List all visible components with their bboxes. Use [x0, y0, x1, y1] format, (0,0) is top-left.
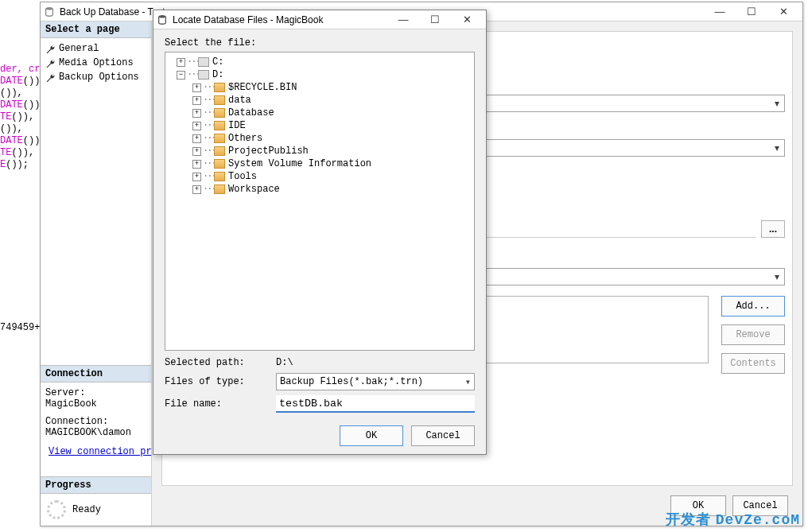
folder-icon [214, 159, 225, 169]
select-page-header: Select a page [41, 21, 151, 38]
backup-list[interactable] [486, 296, 709, 363]
remove-button[interactable]: Remove [721, 324, 785, 345]
expand-icon[interactable]: + [192, 83, 201, 92]
modal-maximize-button[interactable]: ☐ [419, 11, 451, 29]
tree-label: $RECYCLE.BIN [228, 82, 297, 93]
modal-titlebar: Locate Database Files - MagicBook — ☐ ✕ [153, 10, 486, 29]
modal-close-button[interactable]: ✕ [451, 11, 483, 29]
tree-node-folder[interactable]: +···Database [165, 107, 474, 119]
dropdown-2[interactable]: ▾ [486, 139, 785, 157]
file-type-label: Files of type: [165, 376, 276, 387]
view-connection-link[interactable]: View connection pr [41, 443, 151, 460]
database-icon [44, 6, 55, 17]
tree-label: data [228, 95, 251, 106]
tree-node-folder[interactable]: +···ProjectPublish [165, 145, 474, 157]
collapse-icon[interactable]: − [177, 71, 185, 80]
wrench-icon [45, 72, 56, 83]
sidebar: Select a page General Media Options Back… [41, 21, 152, 526]
tree-node-folder[interactable]: +···$RECYCLE.BIN [165, 81, 474, 94]
tree-node-folder[interactable]: +···Tools [165, 170, 474, 183]
folder-icon [214, 134, 225, 143]
tree-label: D: [212, 69, 223, 80]
file-type-combo[interactable]: Backup Files(*.bak;*.trn) ▾ [276, 373, 475, 390]
tree-label: ProjectPublish [228, 146, 309, 157]
file-type-value: Backup Files(*.bak;*.trn) [280, 376, 423, 387]
sidebar-item-media-options[interactable]: Media Options [41, 56, 151, 70]
expand-icon[interactable]: + [192, 134, 201, 143]
tree-node-d-drive[interactable]: − ··· D: [165, 68, 474, 81]
tree-label: Tools [228, 171, 257, 182]
tree-node-folder[interactable]: +···System Volume Information [165, 157, 474, 170]
folder-icon [214, 95, 225, 105]
path-row-1 [486, 220, 756, 238]
connection-header: Connection [41, 365, 151, 382]
add-button[interactable]: Add... [721, 296, 785, 316]
tree-label: Others [228, 133, 262, 144]
selected-path-value: D:\ [276, 357, 475, 368]
connection-label: Connection: [45, 416, 146, 427]
expand-icon[interactable]: + [192, 96, 201, 105]
modal-cancel-button[interactable]: Cancel [411, 425, 475, 446]
expand-icon[interactable]: + [192, 147, 201, 156]
dropdown-3[interactable]: ▾ [486, 268, 785, 285]
drive-icon [198, 57, 209, 67]
file-name-input[interactable] [276, 395, 475, 413]
sidebar-item-label: Media Options [59, 57, 134, 68]
folder-icon [214, 108, 225, 118]
view-connection-text: View connection pr [49, 446, 151, 457]
maximize-button[interactable]: ☐ [736, 3, 767, 21]
tree-node-folder[interactable]: +···IDE [165, 119, 474, 132]
tree-label: C: [212, 56, 223, 68]
tree-node-c-drive[interactable]: + ··· C: [165, 56, 474, 68]
tree-node-folder[interactable]: +···data [165, 94, 474, 107]
wrench-icon [45, 58, 56, 68]
modal-minimize-button[interactable]: — [387, 11, 419, 29]
main-title-text: Back Up Database - Test [60, 6, 165, 17]
tree-node-folder[interactable]: +···Others [165, 132, 474, 145]
expand-icon[interactable]: + [192, 160, 201, 169]
selected-path-label: Selected path: [165, 357, 276, 368]
tree-node-folder[interactable]: +···Workspace [165, 183, 474, 196]
locate-files-dialog: Locate Database Files - MagicBook — ☐ ✕ … [153, 10, 487, 455]
file-tree[interactable]: + ··· C: − ··· D: +···$RECYCLE.BIN +···d… [165, 52, 475, 351]
dropdown-1[interactable]: ▾ [486, 95, 785, 112]
code-editor-background: der, cr DATE()) ()), DATE()), TE()), ())… [0, 0, 40, 532]
sidebar-item-backup-options[interactable]: Backup Options [41, 70, 151, 84]
path-row-2 [486, 252, 785, 270]
file-name-label: File name: [165, 398, 276, 410]
chevron-down-icon: ▾ [465, 376, 471, 388]
sidebar-item-label: Backup Options [59, 72, 139, 83]
watermark: 开发者DevZe.coM [666, 510, 800, 529]
folder-icon [214, 172, 225, 181]
close-button[interactable]: ✕ [767, 3, 799, 21]
progress-status: Ready [72, 504, 101, 515]
minimize-button[interactable]: — [704, 3, 736, 21]
folder-icon [214, 146, 225, 156]
modal-title-text: Locate Database Files - MagicBook [173, 14, 323, 25]
spinner-icon [47, 500, 66, 519]
tree-label: System Volume Information [228, 158, 371, 169]
server-name: MagicBook [45, 398, 146, 410]
expand-icon[interactable]: + [192, 122, 201, 130]
wrench-icon [45, 44, 56, 54]
server-label: Server: [45, 387, 146, 398]
select-file-label: Select the file: [165, 37, 475, 49]
expand-icon[interactable]: + [177, 58, 185, 67]
svg-point-0 [46, 6, 53, 10]
drive-icon [198, 70, 209, 80]
sidebar-item-general[interactable]: General [41, 41, 151, 56]
folder-icon [214, 121, 225, 130]
folder-icon [214, 184, 225, 194]
tree-label: IDE [228, 120, 246, 131]
database-icon [157, 14, 168, 25]
expand-icon[interactable]: + [192, 185, 201, 194]
folder-icon [214, 83, 225, 92]
browse-button[interactable]: ... [761, 220, 785, 238]
expand-icon[interactable]: + [192, 109, 201, 118]
expand-icon[interactable]: + [192, 173, 201, 181]
tree-label: Workspace [228, 184, 280, 195]
modal-ok-button[interactable]: OK [340, 425, 403, 446]
connection-body: Server: MagicBook Connection: MAGICBOOK\… [41, 382, 151, 443]
tree-label: Database [228, 107, 274, 118]
contents-button[interactable]: Contents [721, 353, 785, 374]
